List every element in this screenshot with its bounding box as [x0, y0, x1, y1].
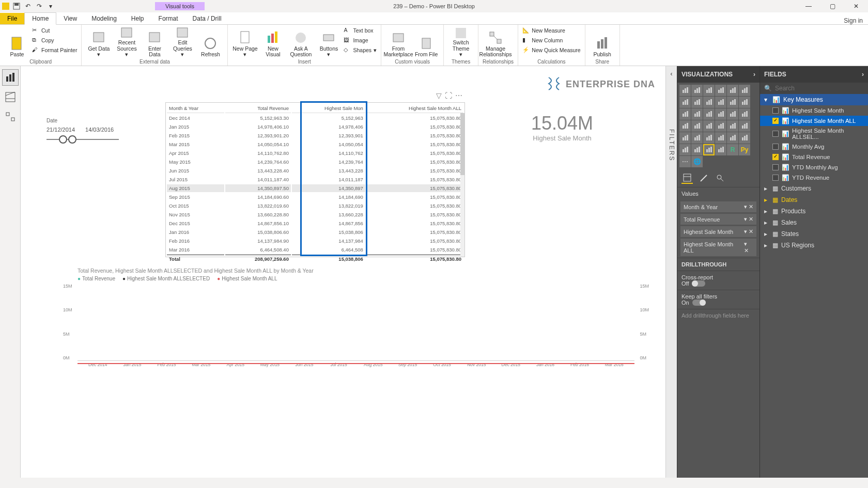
remove-field-icon[interactable]: ✕ — [749, 228, 753, 234]
redo-icon[interactable]: ↷ — [35, 2, 43, 10]
slicer-handle-left[interactable] — [59, 135, 67, 144]
data-view-button[interactable] — [2, 89, 19, 105]
table-sales[interactable]: ▸▦Sales — [760, 217, 868, 228]
value-field-0[interactable]: Month & Year▾ ✕ — [680, 201, 756, 212]
report-canvas[interactable]: ENTERPRISE DNA Date 21/12/2014 14/03/201… — [21, 66, 665, 478]
vis-type-12[interactable] — [679, 108, 691, 120]
field-monthly-avg[interactable]: 📊Monthly Avg — [760, 141, 868, 152]
vis-type-32[interactable] — [703, 144, 715, 155]
copy-button[interactable]: ⧉Copy — [32, 36, 77, 45]
visual-tools-tab[interactable]: Visual tools — [155, 2, 205, 10]
combo-chart-visual[interactable]: Total Revenue, Highest Sale Month ALLSEL… — [78, 267, 634, 376]
undo-icon[interactable]: ↶ — [24, 2, 32, 10]
table-dates[interactable]: ▸▦Dates — [760, 194, 868, 206]
visualizations-header[interactable]: VISUALIZATIONS› — [677, 66, 760, 83]
format-tab[interactable] — [698, 172, 709, 184]
vis-type-16[interactable] — [727, 108, 738, 120]
refresh-button[interactable]: Refresh — [197, 26, 223, 58]
new-column-button[interactable]: ▮New Column — [522, 36, 581, 45]
vis-type-33[interactable] — [715, 144, 726, 155]
cut-button[interactable]: ✂Cut — [32, 26, 77, 35]
remove-field-icon[interactable]: ✕ — [749, 203, 753, 210]
focus-mode-icon[interactable]: ⛶ — [445, 91, 452, 100]
new-quick-measure-button[interactable]: ⚡New Quick Measure — [522, 45, 581, 55]
menu-help[interactable]: Help — [124, 13, 151, 24]
vis-type-27[interactable] — [715, 132, 726, 144]
vis-type-28[interactable] — [727, 132, 738, 144]
data-table-visual[interactable]: ▽ ⛶ ⋯ Month & YearTotal RevenueHighest S… — [165, 102, 465, 257]
vis-type-2[interactable] — [703, 85, 715, 96]
checkbox-icon[interactable] — [772, 131, 779, 137]
vis-type-19[interactable] — [691, 120, 703, 132]
table-us-regions[interactable]: ▸▦US Regions — [760, 240, 868, 251]
filters-rail[interactable]: ‹ FILTERS — [665, 66, 677, 478]
field-highest-sale-month-all[interactable]: 📊Highest Sale Month ALL — [760, 116, 868, 126]
table-states[interactable]: ▸▦States — [760, 228, 868, 240]
menu-data-drill[interactable]: Data / Drill — [185, 13, 229, 24]
new-page-button[interactable]: New Page▾ — [232, 26, 258, 58]
vis-type-9[interactable] — [715, 97, 726, 108]
minimize-button[interactable]: — — [797, 0, 820, 12]
field-highest-sale-month[interactable]: 📊Highest Sale Month — [760, 105, 868, 116]
menu-home[interactable]: Home — [24, 12, 56, 25]
table-key-measures[interactable]: ▾📊Key Measures — [760, 94, 868, 105]
checkbox-icon[interactable] — [772, 118, 779, 124]
image-button[interactable]: 🖼Image — [344, 36, 377, 45]
vis-type-0[interactable] — [679, 85, 691, 96]
checkbox-icon[interactable] — [772, 107, 779, 114]
menu-format[interactable]: Format — [151, 13, 185, 24]
fields-search[interactable]: 🔍 — [760, 83, 868, 94]
field-highest-sale-month-allsel-[interactable]: 📊Highest Sale Month ALLSEL... — [760, 126, 868, 141]
menu-modeling[interactable]: Modeling — [84, 13, 124, 24]
vis-type-23[interactable] — [739, 120, 750, 132]
qat-dropdown-icon[interactable]: ▾ — [47, 2, 55, 10]
vis-extra-ellipsis[interactable]: ⋯ — [679, 156, 691, 167]
vis-type-5[interactable] — [739, 85, 750, 96]
vis-type-34[interactable]: R — [727, 144, 738, 155]
remove-field-icon[interactable]: ✕ — [749, 216, 753, 222]
buttons-button[interactable]: Buttons▾ — [316, 26, 342, 58]
field-ytd-revenue[interactable]: 📊YTD Revenue — [760, 172, 868, 183]
slicer-handle-right[interactable] — [68, 135, 76, 144]
checkbox-icon[interactable] — [772, 164, 779, 170]
vis-type-15[interactable] — [715, 108, 726, 120]
from-file-button[interactable]: From File — [413, 26, 439, 58]
vis-extra-globe[interactable]: 🌐 — [691, 156, 703, 167]
table-scrollbar[interactable] — [460, 113, 464, 257]
more-options-icon[interactable]: ⋯ — [455, 91, 462, 100]
vis-type-14[interactable] — [703, 108, 715, 120]
enter-data-button[interactable]: Enter Data — [142, 26, 167, 58]
edit-queries-button[interactable]: Edit Queries▾ — [169, 26, 195, 58]
vis-type-20[interactable] — [703, 120, 715, 132]
keep-filters-toggle[interactable] — [692, 300, 706, 306]
cross-report-toggle[interactable] — [692, 280, 705, 287]
vis-type-21[interactable] — [715, 120, 726, 132]
vis-type-29[interactable] — [739, 132, 750, 144]
checkbox-icon[interactable] — [772, 144, 779, 150]
value-field-2[interactable]: Highest Sale Month▾ ✕ — [680, 226, 756, 237]
vis-type-26[interactable] — [703, 132, 715, 144]
vis-type-25[interactable] — [691, 132, 703, 144]
get-data-button[interactable]: Get Data▾ — [86, 26, 112, 58]
new-visual-button[interactable]: New Visual — [260, 26, 286, 58]
recent-sources-button[interactable]: Recent Sources▾ — [114, 26, 140, 58]
analytics-tab[interactable] — [715, 172, 726, 184]
ask-question-button[interactable]: Ask A Question — [288, 26, 314, 58]
remove-field-icon[interactable]: ✕ — [744, 247, 749, 254]
new-measure-button[interactable]: 📐New Measure — [522, 26, 581, 35]
vis-type-31[interactable] — [691, 144, 703, 155]
report-view-button[interactable] — [2, 69, 19, 86]
vis-type-4[interactable] — [727, 85, 738, 96]
format-painter-button[interactable]: 🖌Format Painter — [32, 45, 77, 55]
menu-view[interactable]: View — [56, 13, 84, 24]
switch-theme-button[interactable]: Switch Theme▾ — [448, 26, 474, 58]
from-marketplace-button[interactable]: From Marketplace — [385, 26, 411, 58]
vis-type-1[interactable] — [691, 85, 703, 96]
vis-type-7[interactable] — [691, 97, 703, 108]
vis-type-22[interactable] — [727, 120, 738, 132]
table-products[interactable]: ▸▦Products — [760, 206, 868, 217]
shapes-button[interactable]: ◇Shapes▾ — [344, 45, 377, 55]
vis-type-35[interactable]: Py — [739, 144, 750, 155]
card-visual[interactable]: 15.04M Highest Sale Month — [510, 113, 614, 142]
value-field-3[interactable]: Highest Sale Month ALL▾ ✕ — [680, 239, 756, 256]
